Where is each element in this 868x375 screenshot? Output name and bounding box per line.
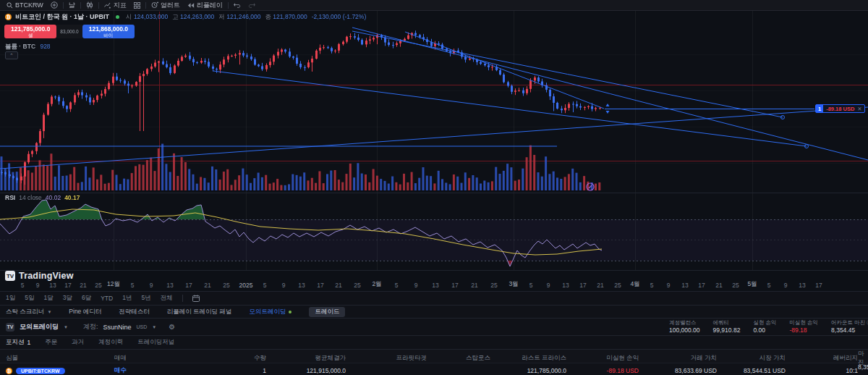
compare-add-symbol-button[interactable] <box>47 0 61 10</box>
calendar-icon[interactable] <box>192 295 200 302</box>
symbol-badge[interactable]: UPBIT:BTCKRW <box>16 368 65 374</box>
redo-button[interactable] <box>244 0 259 10</box>
time-axis-tick: 9 <box>150 282 153 289</box>
account-label: 계정: <box>83 322 98 332</box>
tab-replay-trading-panel[interactable]: 리플레이 트레이딩 패널 <box>167 308 232 316</box>
tab-trade[interactable]: 트레이드 <box>309 307 345 317</box>
time-axis-tick: 13 <box>799 282 805 289</box>
symbol-name: BTCKRW <box>15 1 43 9</box>
time-axis-tick: 21 <box>335 282 341 289</box>
undo-button[interactable] <box>230 0 244 10</box>
alert-label: 얼러트 <box>161 1 180 10</box>
rsi-value: 40.02 <box>46 194 61 201</box>
time-axis-tick: 17 <box>185 282 192 289</box>
alert-button[interactable]: 얼러트 <box>148 0 184 10</box>
time-axis-tick: 9 <box>784 282 788 289</box>
volume-value: 928 <box>40 43 50 50</box>
indicators-button[interactable]: 지표 <box>101 0 130 10</box>
metric-unrealized-pnl: 미실현 손익-89.18 <box>789 319 818 334</box>
account-name[interactable]: SsunNine <box>103 324 131 331</box>
trading-panel-tabs: 포지션1 주문 과거 계정이력 트레이딩저널 <box>0 335 868 349</box>
gear-icon[interactable]: ⚙ <box>169 323 175 331</box>
time-axis-tick: 13 <box>166 282 173 289</box>
time-axis-tick: 25 <box>732 282 739 289</box>
positions-count-badge: 1 <box>27 339 31 346</box>
spread-value: 83,000.0 <box>56 25 82 38</box>
broker-title[interactable]: 모의트레이딩 <box>20 322 59 332</box>
time-axis-tick: 17 <box>579 282 586 289</box>
time-axis-tick: 21 <box>80 282 86 289</box>
range-1y[interactable]: 1년 <box>122 294 132 303</box>
interval-label: 날 <box>69 1 75 10</box>
rsi-legend[interactable]: RSI 14 close 40.02 40.17 <box>5 194 80 201</box>
time-axis-tick: 13 <box>49 282 56 289</box>
symbol-search-button[interactable]: BTCKRW <box>3 0 47 10</box>
range-5y[interactable]: 5년 <box>141 294 150 303</box>
toolbar-separator <box>63 2 64 9</box>
range-6m[interactable]: 6달 <box>82 294 91 303</box>
symbol-legend[interactable]: ₿ 비트코인 / 한국 원 · 1날 · UPBIT 시 124,033,000… <box>5 12 366 22</box>
range-5d[interactable]: 5일 <box>25 294 34 303</box>
tab-positions[interactable]: 포지션1 <box>6 336 30 349</box>
tab-trading-journal[interactable]: 트레이딩저널 <box>137 336 174 349</box>
time-axis-tick: 12월 <box>107 280 120 289</box>
range-separator <box>182 295 183 302</box>
time-axis-tick: 9 <box>282 282 286 289</box>
position-row[interactable]: ₿ UPBIT:BTCKRW 매수 1 121,915,000.0 121,78… <box>0 363 868 375</box>
indicators-label: 지표 <box>114 1 127 10</box>
indicator-templates-button[interactable] <box>130 0 144 10</box>
candlestick-icon <box>86 1 93 9</box>
legend-collapse-button[interactable]: ⌃ <box>5 51 18 59</box>
range-ytd[interactable]: YTD <box>101 295 113 302</box>
time-axis-tick: 25 <box>354 282 360 289</box>
tradingview-watermark: TV TradingView <box>5 271 74 281</box>
time-axis-tick: 13 <box>432 282 438 289</box>
ohlc-values: 시 124,033,000 고 124,263,000 저 121,246,00… <box>126 13 366 22</box>
replay-button[interactable]: 리플레이 <box>184 0 226 10</box>
tab-strategy-tester[interactable]: 전략테스터 <box>119 308 150 316</box>
range-1m[interactable]: 1달 <box>43 294 53 303</box>
tab-orders[interactable]: 주문 <box>45 336 57 349</box>
tab-pine-editor[interactable]: Pine 에디터 <box>69 308 101 316</box>
sell-label: 셀 <box>11 33 50 38</box>
range-all[interactable]: 전체 <box>161 294 173 303</box>
replay-label: 리플레이 <box>197 1 223 10</box>
range-3m[interactable]: 3달 <box>63 294 72 303</box>
time-axis-tick: 2025 <box>239 282 253 289</box>
time-axis-tick: 5 <box>263 282 267 289</box>
tab-stock-screener[interactable]: 스탁 스크리너▼ <box>6 308 51 316</box>
symbol-title: 비트코인 / 한국 원 · 1날 · UPBIT <box>15 12 109 22</box>
open-value: 124,033,000 <box>134 13 168 20</box>
indicators-icon <box>104 1 111 9</box>
range-1d[interactable]: 1일 <box>6 294 15 303</box>
tab-paper-trading[interactable]: 모의트레이딩 <box>249 308 292 316</box>
interval-button[interactable]: 날 <box>65 0 79 10</box>
bitcoin-icon: ₿ <box>6 368 12 374</box>
position-margin: 8,354.45 USD <box>858 363 868 375</box>
time-axis[interactable]: 591317212512월5913172125202559131721252월5… <box>0 270 868 291</box>
chart-style-button[interactable] <box>82 0 97 10</box>
account-currency: USD <box>137 324 148 329</box>
connected-dot <box>289 311 292 313</box>
tab-account-history[interactable]: 계정이력 <box>98 336 123 349</box>
tab-history[interactable]: 과거 <box>72 336 84 349</box>
time-axis-tick: 13 <box>562 282 569 289</box>
time-axis-tick: 5월 <box>747 280 757 289</box>
time-axis-tick: 2월 <box>372 280 381 289</box>
time-axis-tick: 17 <box>451 282 458 289</box>
position-close-icon[interactable]: ✕ <box>857 106 864 112</box>
sell-button[interactable]: 121,785,000.0 셀 <box>4 25 56 38</box>
volume-legend[interactable]: 볼륨 · BTC 928 <box>5 43 51 51</box>
time-axis-tick: 17 <box>815 282 822 289</box>
price-chart-canvas[interactable] <box>0 11 868 270</box>
trade-buttons: 121,785,000.0 셀 83,000.0 121,868,000.0 바… <box>4 25 135 38</box>
chevron-down-icon: ▼ <box>152 325 156 329</box>
time-axis-tick: 17 <box>698 282 705 289</box>
time-axis-tick: 9 <box>667 282 671 289</box>
close-value: 121,870,000 <box>273 13 307 20</box>
position-unrealized-pnl: -89.18 USD <box>566 367 639 374</box>
time-axis-tick: 9 <box>547 282 550 289</box>
buy-button[interactable]: 121,868,000.0 바이 <box>82 25 135 38</box>
time-axis-tick: 13 <box>298 282 305 289</box>
position-label[interactable]: 1 -89.18 USD ✕ <box>815 104 865 113</box>
